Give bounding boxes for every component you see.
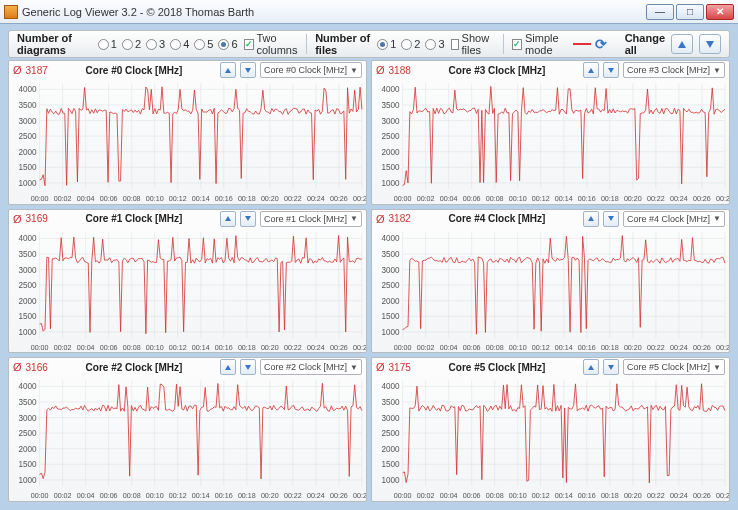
panel-up-button[interactable] [220, 62, 236, 78]
svg-text:1000: 1000 [381, 328, 400, 337]
svg-text:1500: 1500 [381, 461, 400, 470]
chevron-down-icon: ▼ [713, 214, 721, 223]
svg-text:00:22: 00:22 [284, 491, 302, 500]
svg-text:00:06: 00:06 [463, 193, 481, 202]
series-combo[interactable]: Core #5 Clock [MHz]▼ [623, 359, 725, 375]
svg-text:00:26: 00:26 [693, 342, 711, 351]
window-buttons: — □ ✕ [646, 4, 734, 20]
svg-text:00:12: 00:12 [532, 193, 550, 202]
panel-title: Core #3 Clock [MHz] [415, 65, 579, 76]
diagram-radio-1[interactable]: 1 [98, 38, 117, 50]
series-combo[interactable]: Core #0 Clock [MHz]▼ [260, 62, 362, 78]
panel-up-button[interactable] [583, 62, 599, 78]
svg-text:00:12: 00:12 [169, 193, 187, 202]
svg-text:00:02: 00:02 [417, 342, 435, 351]
chevron-down-icon: ▼ [713, 363, 721, 372]
chart-area[interactable]: 100015002000250030003500400000:0000:0200… [9, 228, 366, 353]
separator [306, 34, 307, 54]
chart-panel-core3: Ø 3188 Core #3 Clock [MHz] Core #3 Clock… [371, 60, 730, 205]
svg-text:2000: 2000 [381, 296, 400, 305]
svg-text:00:26: 00:26 [330, 193, 348, 202]
chart-area[interactable]: 100015002000250030003500400000:0000:0200… [9, 376, 366, 501]
simple-mode-checkbox[interactable]: Simple mode [512, 32, 567, 56]
svg-text:00:02: 00:02 [417, 491, 435, 500]
chart-area[interactable]: 100015002000250030003500400000:0000:0200… [9, 79, 366, 204]
file-radio-2[interactable]: 2 [401, 38, 420, 50]
panel-header: Ø 3175 Core #5 Clock [MHz] Core #5 Clock… [372, 358, 729, 376]
svg-text:00:10: 00:10 [146, 491, 164, 500]
svg-text:00:08: 00:08 [486, 491, 504, 500]
two-columns-checkbox[interactable]: Two columns [244, 32, 299, 56]
svg-text:00:00: 00:00 [394, 342, 412, 351]
svg-text:1500: 1500 [18, 461, 37, 470]
diagram-radio-6[interactable]: 6 [218, 38, 237, 50]
num-files-label: Number of files [315, 32, 371, 56]
chevron-down-icon: ▼ [713, 66, 721, 75]
svg-text:1500: 1500 [381, 163, 400, 172]
panel-down-button[interactable] [603, 359, 619, 375]
svg-text:00:20: 00:20 [261, 342, 279, 351]
minimize-button[interactable]: — [646, 4, 674, 20]
average-value: 3166 [26, 362, 48, 373]
chart-area[interactable]: 100015002000250030003500400000:0000:0200… [372, 228, 729, 353]
chart-area[interactable]: 100015002000250030003500400000:0000:0200… [372, 79, 729, 204]
arrow-up-icon [588, 68, 594, 73]
arrow-down-icon [608, 365, 614, 370]
panel-down-button[interactable] [240, 359, 256, 375]
panel-down-button[interactable] [603, 211, 619, 227]
svg-text:00:08: 00:08 [123, 342, 141, 351]
svg-text:00:20: 00:20 [624, 491, 642, 500]
diagram-radio-2[interactable]: 2 [122, 38, 141, 50]
panel-up-button[interactable] [220, 211, 236, 227]
move-up-button[interactable] [671, 34, 693, 54]
svg-text:00:00: 00:00 [31, 342, 49, 351]
svg-text:00:22: 00:22 [647, 491, 665, 500]
svg-text:2500: 2500 [18, 430, 37, 439]
svg-text:2000: 2000 [381, 445, 400, 454]
refresh-icon[interactable]: ⟳ [595, 36, 607, 52]
diagram-radio-3[interactable]: 3 [146, 38, 165, 50]
chart-area[interactable]: 100015002000250030003500400000:0000:0200… [372, 376, 729, 501]
svg-text:4000: 4000 [18, 234, 37, 243]
file-radio-3[interactable]: 3 [425, 38, 444, 50]
series-combo[interactable]: Core #4 Clock [MHz]▼ [623, 211, 725, 227]
svg-text:3000: 3000 [18, 117, 37, 126]
diagram-radio-5[interactable]: 5 [194, 38, 213, 50]
svg-text:3000: 3000 [381, 414, 400, 423]
chart-panel-core1: Ø 3169 Core #1 Clock [MHz] Core #1 Clock… [8, 209, 367, 354]
legend-line-icon [573, 43, 591, 45]
separator [503, 34, 504, 54]
svg-text:00:28: 00:28 [716, 491, 729, 500]
panel-title: Core #0 Clock [MHz] [52, 65, 216, 76]
panel-up-button[interactable] [583, 211, 599, 227]
arrow-down-icon [245, 216, 251, 221]
panel-header: Ø 3166 Core #2 Clock [MHz] Core #2 Clock… [9, 358, 366, 376]
svg-text:00:24: 00:24 [670, 193, 688, 202]
file-radio-1[interactable]: 1 [377, 38, 396, 50]
close-button[interactable]: ✕ [706, 4, 734, 20]
maximize-button[interactable]: □ [676, 4, 704, 20]
svg-text:00:06: 00:06 [463, 491, 481, 500]
series-combo[interactable]: Core #3 Clock [MHz]▼ [623, 62, 725, 78]
diagram-radio-4[interactable]: 4 [170, 38, 189, 50]
svg-text:00:26: 00:26 [693, 193, 711, 202]
panel-up-button[interactable] [220, 359, 236, 375]
panel-up-button[interactable] [583, 359, 599, 375]
arrow-up-icon [588, 216, 594, 221]
panel-down-button[interactable] [240, 211, 256, 227]
svg-text:00:28: 00:28 [353, 193, 366, 202]
panel-title: Core #4 Clock [MHz] [415, 213, 579, 224]
move-down-button[interactable] [699, 34, 721, 54]
svg-text:00:12: 00:12 [532, 342, 550, 351]
svg-text:00:04: 00:04 [440, 342, 458, 351]
svg-text:2500: 2500 [18, 132, 37, 141]
app-icon [4, 5, 18, 19]
svg-text:00:06: 00:06 [100, 193, 118, 202]
average-value: 3188 [389, 65, 411, 76]
panel-down-button[interactable] [240, 62, 256, 78]
series-combo[interactable]: Core #2 Clock [MHz]▼ [260, 359, 362, 375]
show-files-checkbox[interactable]: Show files [451, 32, 496, 56]
panel-down-button[interactable] [603, 62, 619, 78]
series-combo[interactable]: Core #1 Clock [MHz]▼ [260, 211, 362, 227]
svg-text:3500: 3500 [381, 398, 400, 407]
